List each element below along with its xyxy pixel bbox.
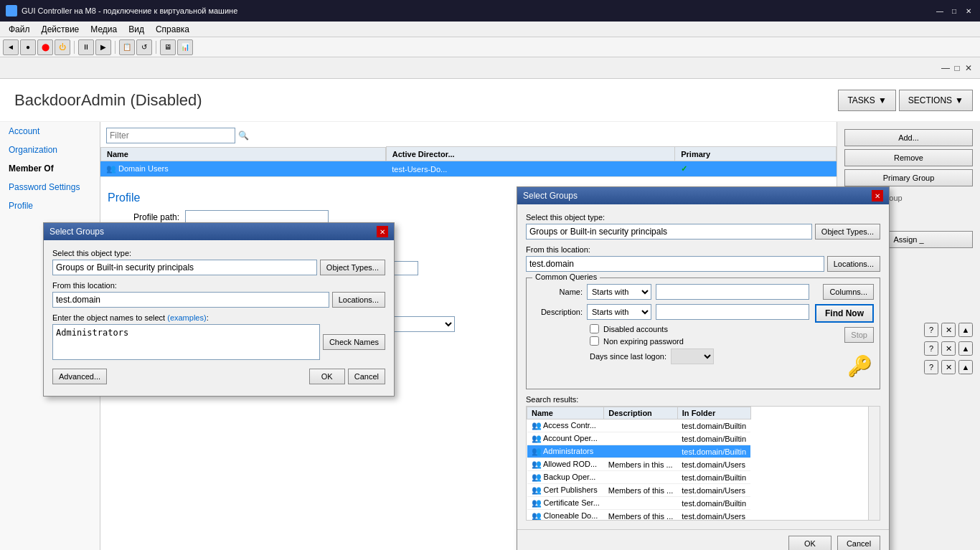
columns-btn[interactable]: Columns... <box>823 284 874 300</box>
search-results-section: Search results: Name Description In Fold… <box>526 395 880 521</box>
large-dialog-title-bar: Select Groups ✕ <box>517 187 889 204</box>
small-ok-btn[interactable]: OK <box>309 369 345 384</box>
desc-query-input[interactable] <box>656 304 809 320</box>
x-btn-1[interactable]: ✕ <box>941 323 956 337</box>
small-advanced-btn[interactable]: Advanced... <box>52 369 107 384</box>
maximize-btn[interactable]: □ <box>948 5 960 16</box>
non-expiring-checkbox[interactable] <box>590 336 599 346</box>
result-row[interactable]: 👥 Administrators test.domain/Builtin <box>527 445 751 458</box>
result-row[interactable]: 👥 Certificate Ser... test.domain/Builtin <box>527 497 751 510</box>
col-ad[interactable]: Active Director... <box>386 147 674 161</box>
primary-group-button[interactable]: Primary Group <box>844 169 973 186</box>
large-ok-btn[interactable]: OK <box>788 536 831 550</box>
filter-input[interactable] <box>106 128 235 143</box>
result-desc: Members of this ... <box>604 484 677 497</box>
find-now-btn[interactable]: Find Now <box>815 304 874 323</box>
menu-help[interactable]: Справка <box>150 23 195 36</box>
up-btn-3[interactable]: ▲ <box>958 360 973 374</box>
toolbar-btn-5[interactable]: 📋 <box>119 39 135 55</box>
toolbar-btn-pause[interactable]: ⏸ <box>78 39 94 55</box>
large-location-input[interactable] <box>526 256 824 272</box>
toolbar-btn-8[interactable]: 📊 <box>177 39 193 55</box>
sidebar-item-member-of[interactable]: Member Of <box>0 159 100 178</box>
sidebar-item-profile[interactable]: Profile <box>0 196 100 215</box>
toolbar-btn-7[interactable]: 🖥 <box>160 39 176 55</box>
col-name[interactable]: Name <box>100 147 386 161</box>
page-header: BackdoorAdmin (Disabled) TASKS ▼ SECTION… <box>0 79 980 122</box>
small-dialog-close[interactable]: ✕ <box>377 226 388 237</box>
close-btn[interactable]: ✕ <box>963 5 974 16</box>
result-row[interactable]: 👥 Allowed ROD... Members in this ... tes… <box>527 458 751 471</box>
large-location-row: Locations... <box>526 256 880 272</box>
sections-button[interactable]: SECTIONS ▼ <box>899 90 973 111</box>
small-cancel-btn[interactable]: Cancel <box>348 369 385 384</box>
large-obj-type-input[interactable] <box>526 224 812 240</box>
results-scrollbar[interactable] <box>868 407 880 520</box>
vm-maximize[interactable]: □ <box>951 62 963 74</box>
help-btn-1[interactable]: ? <box>924 323 938 337</box>
stop-btn[interactable]: Stop <box>844 327 874 343</box>
small-dialog-body: Select this object type: Object Types...… <box>44 240 394 396</box>
vm-minimize[interactable]: — <box>940 62 951 74</box>
sidebar-item-account[interactable]: Account <box>0 122 100 141</box>
large-select-groups-dialog: Select Groups ✕ Select this object type:… <box>517 186 890 550</box>
toolbar-btn-1[interactable]: ◄ <box>3 39 19 55</box>
add-button[interactable]: Add... <box>844 129 973 146</box>
remove-button[interactable]: Remove <box>844 149 973 166</box>
disabled-accounts-checkbox[interactable] <box>590 324 599 333</box>
table-row[interactable]: 👥 Domain Users test-Users-Do... ✓ <box>100 161 837 177</box>
large-obj-types-btn[interactable]: Object Types... <box>815 224 880 240</box>
menu-media[interactable]: Медиа <box>85 23 123 36</box>
toolbar-btn-6[interactable]: ↺ <box>136 39 152 55</box>
col-result-name[interactable]: Name <box>527 407 604 419</box>
examples-link[interactable]: (examples) <box>167 313 206 322</box>
name-query-input[interactable] <box>656 284 809 300</box>
toolbar-btn-play[interactable]: ▶ <box>95 39 111 55</box>
large-cancel-btn[interactable]: Cancel <box>837 536 880 550</box>
up-btn-1[interactable]: ▲ <box>958 323 973 337</box>
result-row[interactable]: 👥 Account Oper... test.domain/Builtin <box>527 432 751 445</box>
result-row[interactable]: 👥 Cert Publishers Members of this ... te… <box>527 484 751 497</box>
menu-view[interactable]: Вид <box>123 23 150 36</box>
toolbar-btn-2[interactable]: ● <box>20 39 36 55</box>
col-primary[interactable]: Primary <box>675 147 837 161</box>
large-obj-type-label: Select this object type: <box>526 213 880 222</box>
x-btn-2[interactable]: ✕ <box>941 341 956 356</box>
help-btn-2[interactable]: ? <box>924 341 938 356</box>
small-obj-type-input[interactable] <box>52 260 317 275</box>
small-obj-types-btn[interactable]: Object Types... <box>320 260 385 275</box>
names-textarea[interactable]: Administrators <box>52 324 320 360</box>
col-result-desc[interactable]: Description <box>604 407 677 419</box>
large-dialog-close[interactable]: ✕ <box>872 190 883 201</box>
sidebar-item-organization[interactable]: Organization <box>0 141 100 159</box>
result-folder: test.domain/Users <box>677 510 750 521</box>
toolbar-btn-power[interactable]: ⏻ <box>55 39 70 55</box>
result-row[interactable]: 👥 Cloneable Do... Members of this ... te… <box>527 510 751 521</box>
result-row[interactable]: 👥 Backup Oper... test.domain/Builtin <box>527 471 751 484</box>
result-group-icon: 👥 <box>532 421 542 430</box>
vm-close[interactable]: ✕ <box>963 62 974 74</box>
col-result-folder[interactable]: In Folder <box>677 407 750 419</box>
non-expiring-row: Non expiring password <box>590 336 809 346</box>
toolbar-btn-stop[interactable]: ⬤ <box>37 39 53 55</box>
menu-file[interactable]: Файл <box>3 23 36 36</box>
up-btn-2[interactable]: ▲ <box>958 341 973 356</box>
small-location-input[interactable] <box>52 292 329 308</box>
result-desc <box>604 445 677 458</box>
name-starts-with-dropdown[interactable]: Starts with Is exactly <box>587 284 651 300</box>
check-names-btn[interactable]: Check Names <box>323 334 385 350</box>
sidebar-item-password[interactable]: Password Settings <box>0 178 100 196</box>
tasks-button[interactable]: TASKS ▼ <box>838 90 895 111</box>
days-dropdown[interactable] <box>671 349 714 364</box>
menu-action[interactable]: Действие <box>36 23 85 36</box>
result-row[interactable]: 👥 Access Contr... test.domain/Builtin <box>527 419 751 432</box>
desc-starts-with-dropdown[interactable]: Starts with Is exactly <box>587 304 651 320</box>
results-tbody: 👥 Access Contr... test.domain/Builtin 👥 … <box>527 419 751 521</box>
result-folder: test.domain/Builtin <box>677 497 750 510</box>
small-locations-btn[interactable]: Locations... <box>332 292 385 308</box>
x-btn-3[interactable]: ✕ <box>941 360 956 374</box>
minimize-btn[interactable]: — <box>934 5 946 16</box>
help-btn-3[interactable]: ? <box>924 360 938 374</box>
small-dialog-title-bar: Select Groups ✕ <box>44 223 394 240</box>
large-locations-btn[interactable]: Locations... <box>827 256 880 272</box>
